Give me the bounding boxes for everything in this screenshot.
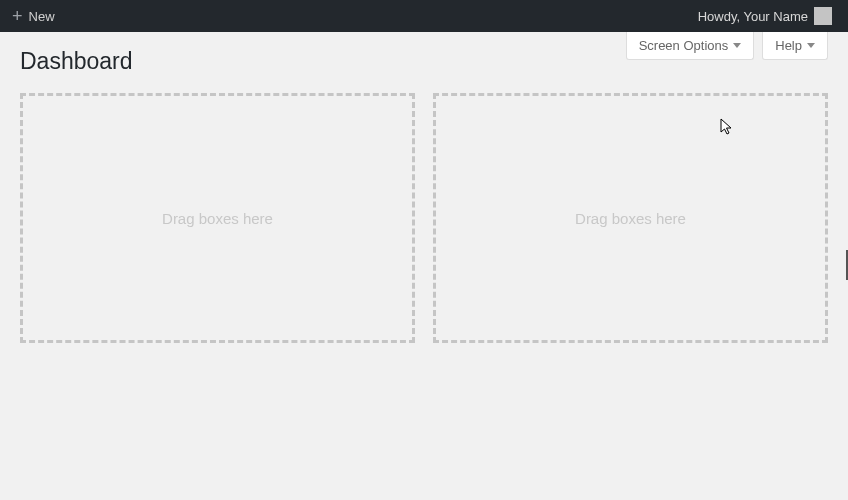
screen-options-label: Screen Options [639, 38, 729, 53]
avatar [814, 7, 832, 25]
caret-down-icon [807, 43, 815, 48]
screen-options-button[interactable]: Screen Options [626, 32, 755, 60]
plus-icon: + [12, 7, 23, 25]
content-wrap: Screen Options Help Dashboard Drag boxes… [0, 32, 848, 343]
admin-bar-left: + New [4, 0, 63, 32]
admin-bar-right: Howdy, Your Name [690, 0, 840, 32]
new-label: New [29, 9, 55, 24]
dropzone-text: Drag boxes here [575, 210, 686, 227]
admin-bar: + New Howdy, Your Name [0, 0, 848, 32]
caret-down-icon [733, 43, 741, 48]
new-content-button[interactable]: + New [4, 0, 63, 32]
howdy-text: Howdy, Your Name [698, 9, 808, 24]
help-button[interactable]: Help [762, 32, 828, 60]
dropzone-right[interactable]: Drag boxes here [433, 93, 828, 343]
help-label: Help [775, 38, 802, 53]
dropzone-text: Drag boxes here [162, 210, 273, 227]
my-account-link[interactable]: Howdy, Your Name [690, 0, 840, 32]
dropzone-left[interactable]: Drag boxes here [20, 93, 415, 343]
screen-meta-links: Screen Options Help [626, 32, 828, 60]
dashboard-widgets: Drag boxes here Drag boxes here [20, 93, 828, 343]
